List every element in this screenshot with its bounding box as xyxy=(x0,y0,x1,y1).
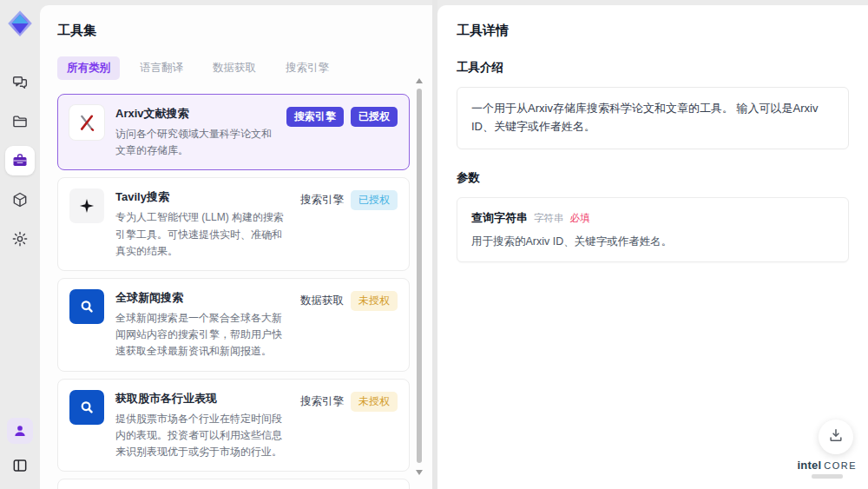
scrollbar-thumb[interactable] xyxy=(417,89,422,463)
scroll-up-arrow-icon[interactable] xyxy=(416,78,423,83)
parameter-card: 查询字符串 字符串 必填 用于搜索的Arxiv ID、关键字或作者姓名。 xyxy=(457,197,849,262)
category-label: 搜索引擎 xyxy=(300,392,344,412)
sidebar-nav xyxy=(5,68,35,254)
sidebar-item-settings[interactable] xyxy=(5,224,35,254)
tab-data-fetch[interactable]: 数据获取 xyxy=(203,56,266,80)
folder-icon xyxy=(11,113,29,130)
detail-panel-title: 工具详情 xyxy=(457,23,849,39)
chat-icon xyxy=(11,74,29,91)
tool-card-arxiv[interactable]: Arxiv文献搜索 访问各个研究领域大量科学论文和文章的存储库。 搜索引擎 已授… xyxy=(57,94,410,170)
sidebar xyxy=(0,0,40,489)
tool-intro-text: 一个用于从Arxiv存储库搜索科学论文和文章的工具。 输入可以是Arxiv ID… xyxy=(457,87,849,149)
parameter-type: 字符串 xyxy=(534,212,564,225)
tavily-star-icon xyxy=(69,188,104,223)
arxiv-icon xyxy=(69,105,104,140)
auth-badge-unauthorized: 未授权 xyxy=(351,392,398,412)
tool-list-panel: 工具集 所有类别 语言翻译 数据获取 搜索引擎 Arxiv文献搜索 访问 xyxy=(40,5,432,489)
tool-card-tavily[interactable]: Tavily搜索 专为人工智能代理 (LLM) 构建的搜索引擎工具。可快速提供实… xyxy=(57,177,410,271)
category-tabs: 所有类别 语言翻译 数据获取 搜索引擎 xyxy=(57,56,410,80)
parameter-description: 用于搜索的Arxiv ID、关键字或作者姓名。 xyxy=(471,235,834,249)
tab-search-engine[interactable]: 搜索引擎 xyxy=(276,56,339,80)
auth-badge-authorized: 已授权 xyxy=(351,190,398,210)
tool-title: Arxiv文献搜索 xyxy=(115,106,275,122)
params-heading: 参数 xyxy=(457,170,849,186)
panel-toggle-icon xyxy=(11,457,29,474)
category-label: 数据获取 xyxy=(300,291,344,311)
tool-description: 提供股票市场各个行业在特定时间段内的表现。投资者可以利用这些信息来识别表现优于或… xyxy=(115,411,289,461)
download-button[interactable] xyxy=(819,420,853,454)
tool-detail-panel: 工具详情 工具介绍 一个用于从Arxiv存储库搜索科学论文和文章的工具。 输入可… xyxy=(437,5,868,489)
settings-gear-icon xyxy=(11,230,29,248)
sidebar-item-account[interactable] xyxy=(7,418,33,444)
intel-logo-text: intel xyxy=(797,459,821,472)
parameter-required-flag: 必填 xyxy=(570,212,590,225)
sidebar-bottom xyxy=(5,418,35,489)
app-window: 工具集 所有类别 语言翻译 数据获取 搜索引擎 Arxiv文献搜索 访问 xyxy=(0,0,868,489)
sidebar-item-toolbox[interactable] xyxy=(5,146,35,175)
download-icon xyxy=(827,426,845,447)
intel-core-badge: intelCORE xyxy=(797,459,857,479)
sidebar-item-collapse[interactable] xyxy=(5,451,35,480)
scroll-down-arrow-icon[interactable] xyxy=(416,470,423,475)
sidebar-item-chat[interactable] xyxy=(5,68,35,97)
auth-badge-authorized: 已授权 xyxy=(351,107,398,127)
intro-heading: 工具介绍 xyxy=(457,60,849,76)
tool-title: 全球新闻搜索 xyxy=(115,290,289,306)
tool-card-active-stocks[interactable]: 获取市场最活跃股票信息 提供当天交易量最高的股票列表。投资者可以利用这些信息来识… xyxy=(57,479,410,489)
parameter-name: 查询字符串 xyxy=(471,210,528,226)
cube-icon xyxy=(11,191,29,208)
tab-all-categories[interactable]: 所有类别 xyxy=(57,56,120,80)
tool-list: Arxiv文献搜索 访问各个研究领域大量科学论文和文章的存储库。 搜索引擎 已授… xyxy=(57,94,410,489)
tool-card-global-news[interactable]: 全球新闻搜索 全球新闻搜索是一个聚合全球各大新闻网站内容的搜索引擎，帮助用户快速… xyxy=(57,278,410,372)
app-logo gem-logo-icon xyxy=(5,9,35,38)
intel-badge-subtext xyxy=(812,474,843,479)
list-scrollbar[interactable] xyxy=(416,78,423,484)
sidebar-item-files[interactable] xyxy=(5,107,35,136)
category-label: 搜索引擎 xyxy=(300,190,344,210)
tab-language-translation[interactable]: 语言翻译 xyxy=(130,56,193,80)
tool-title: 获取股市各行业表现 xyxy=(115,391,289,406)
auth-badge-unauthorized: 未授权 xyxy=(351,291,398,311)
tool-title: Tavily搜索 xyxy=(115,189,289,205)
toolbox-icon xyxy=(11,152,29,169)
tool-card-sector-performance[interactable]: 获取股市各行业表现 提供股票市场各个行业在特定时间段内的表现。投资者可以利用这些… xyxy=(57,379,410,472)
tool-description: 专为人工智能代理 (LLM) 构建的搜索引擎工具。可快速提供实时、准确和真实的结… xyxy=(115,209,289,260)
intel-core-text: CORE xyxy=(824,460,857,471)
category-badge: 搜索引擎 xyxy=(286,107,344,127)
magnifier-blue-icon xyxy=(69,289,104,324)
page-title: 工具集 xyxy=(57,23,410,39)
tool-description: 全球新闻搜索是一个聚合全球各大新闻网站内容的搜索引擎，帮助用户快速获取全球最新资… xyxy=(115,310,289,360)
magnifier-blue-icon xyxy=(69,390,104,425)
sidebar-item-models[interactable] xyxy=(5,185,35,215)
user-icon xyxy=(12,423,28,439)
tool-description: 访问各个研究领域大量科学论文和文章的存储库。 xyxy=(115,126,275,159)
